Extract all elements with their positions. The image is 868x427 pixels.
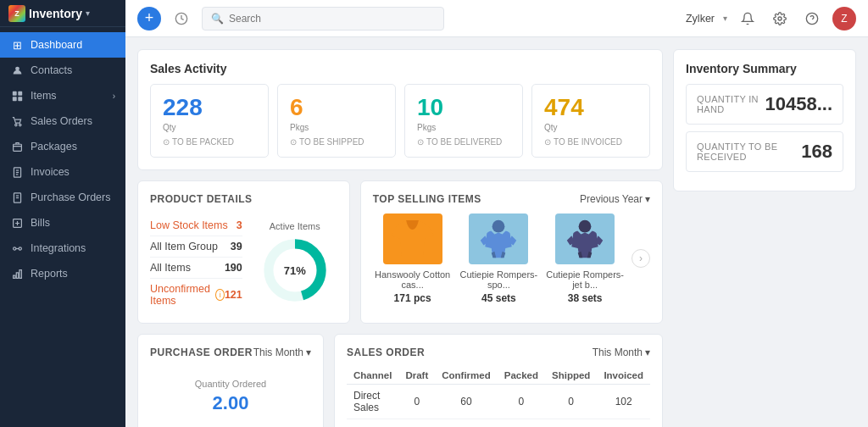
svg-rect-21	[19, 269, 20, 278]
po-header: PURCHASE ORDER This Month ▾	[150, 347, 311, 358]
history-button[interactable]	[170, 7, 193, 30]
sidebar: Z Inventory ▾ ⊞ Dashboard Contacts Items…	[0, 0, 125, 427]
settings-button[interactable]	[768, 7, 792, 30]
contacts-icon	[10, 64, 24, 77]
left-column: Sales Activity 228 Qty ⊙ TO BE PACKED 6	[137, 49, 663, 427]
product-details-list: Low Stock Items 3 All Item Group 39 All …	[150, 215, 242, 311]
ts-next-button[interactable]: ›	[632, 249, 650, 268]
ts-item-2-name: Cutiepie Rompers-spo...	[459, 269, 539, 290]
ts-item-3[interactable]: Cutiepie Rompers-jet b... 38 sets	[545, 214, 625, 304]
top-selling-card: TOP SELLING ITEMS Previous Year ▾	[360, 180, 663, 324]
search-input[interactable]	[229, 13, 435, 25]
purchase-orders-icon	[10, 191, 24, 204]
integrations-icon	[10, 241, 24, 255]
all-items-value: 190	[225, 262, 242, 274]
sidebar-item-label: Invoices	[31, 166, 70, 178]
sidebar-item-bills[interactable]: Bills	[0, 210, 125, 236]
so-col-confirmed: Confirmed	[435, 367, 498, 385]
top-selling-items: Hanswooly Cotton cas... 171 pcs	[373, 214, 650, 304]
search-icon: 🔍	[211, 13, 224, 25]
sidebar-item-label: Bills	[31, 217, 50, 229]
top-section: Sales Activity 228 Qty ⊙ TO BE PACKED 6	[137, 49, 856, 427]
so-row-direct-sales[interactable]: Direct Sales 0 60 0 0 102	[347, 384, 650, 419]
so-cell-draft: 0	[398, 384, 435, 419]
app-name: Inventory	[29, 7, 82, 20]
ts-item-3-image	[555, 214, 615, 264]
add-button[interactable]: +	[137, 7, 161, 30]
svg-rect-2	[18, 91, 22, 95]
help-button[interactable]	[800, 7, 824, 30]
ts-item-1[interactable]: Hanswooly Cotton cas... 171 pcs	[373, 214, 453, 304]
packages-icon	[10, 140, 24, 153]
item-group-label: All Item Group	[150, 241, 218, 252]
search-bar[interactable]: 🔍	[202, 7, 444, 30]
inventory-summary-card: Inventory Summary QUANTITY IN HAND 10458…	[673, 49, 856, 191]
invoiced-unit: Qty	[544, 123, 558, 132]
all-items-label: All Items	[150, 262, 191, 274]
purchase-order-card: PURCHASE ORDER This Month ▾ Quantity Ord…	[137, 334, 324, 427]
active-items-donut: Active Items 71%	[253, 215, 337, 311]
pd-low-stock[interactable]: Low Stock Items 3	[150, 215, 242, 236]
so-filter-icon: ▾	[645, 347, 650, 358]
svg-point-16	[13, 247, 15, 249]
stat-to-be-delivered[interactable]: 10 Pkgs ⊙ TO BE DELIVERED	[404, 84, 523, 158]
inv-qty-in-hand-label: QUANTITY IN HAND	[697, 94, 765, 114]
app-logo[interactable]: Z Inventory ▾	[0, 0, 125, 27]
packed-value: 228	[163, 95, 203, 121]
pd-item-group[interactable]: All Item Group 39	[150, 236, 242, 258]
delivered-value: 10	[417, 95, 443, 121]
pd-all-items[interactable]: All Items 190	[150, 258, 242, 279]
svg-point-6	[19, 124, 20, 125]
sales-stats-row: 228 Qty ⊙ TO BE PACKED 6 Pkgs ⊙	[150, 84, 650, 158]
so-col-channel: Channel	[347, 367, 398, 385]
sidebar-item-invoices[interactable]: Invoices	[0, 159, 125, 185]
packed-label: ⊙ TO BE PACKED	[163, 137, 234, 147]
ts-item-1-name: Hanswooly Cotton cas...	[373, 269, 453, 290]
ts-item-3-qty: 38 sets	[568, 292, 603, 304]
so-col-invoiced: Invoiced	[597, 367, 650, 385]
ts-item-2[interactable]: Cutiepie Rompers-spo... 45 sets	[459, 214, 539, 304]
product-details-card: PRODUCT DETAILS Low Stock Items 3 All It…	[137, 180, 350, 324]
so-cell-shipped: 0	[545, 384, 597, 419]
po-qty-label: Quantity Ordered	[150, 379, 311, 389]
so-filter[interactable]: This Month ▾	[593, 347, 650, 358]
sidebar-item-purchase-orders[interactable]: Purchase Orders	[0, 185, 125, 210]
ts-item-1-qty: 171 pcs	[394, 292, 431, 304]
sidebar-item-sales-orders[interactable]: Sales Orders	[0, 108, 125, 134]
stat-to-be-shipped[interactable]: 6 Pkgs ⊙ TO BE SHIPPED	[277, 84, 396, 158]
notifications-button[interactable]	[736, 7, 760, 30]
svg-point-29	[579, 220, 592, 233]
logo-icon: Z	[8, 5, 25, 22]
sidebar-item-items[interactable]: Items ›	[0, 83, 125, 108]
sidebar-item-label: Dashboard	[31, 39, 82, 51]
items-expand-icon: ›	[113, 92, 115, 101]
stat-to-be-packed[interactable]: 228 Qty ⊙ TO BE PACKED	[150, 84, 269, 158]
svg-point-5	[14, 124, 16, 125]
avatar[interactable]: Z	[832, 7, 856, 30]
sidebar-nav: ⊞ Dashboard Contacts Items › Sales Order…	[0, 27, 125, 427]
reports-icon	[10, 267, 24, 280]
sidebar-item-integrations[interactable]: Integrations	[0, 236, 125, 261]
top-selling-filter[interactable]: Previous Year ▾	[580, 193, 650, 205]
sidebar-item-contacts[interactable]: Contacts	[0, 58, 125, 83]
sidebar-item-reports[interactable]: Reports	[0, 261, 125, 286]
user-name[interactable]: Zylker	[686, 13, 715, 25]
inv-qty-in-hand-value: 10458...	[765, 93, 832, 115]
items-icon	[10, 89, 24, 103]
lower-row: PURCHASE ORDER This Month ▾ Quantity Ord…	[137, 334, 663, 427]
so-col-packed: Packed	[498, 367, 545, 385]
po-qty-value: 2.00	[150, 392, 311, 414]
delivered-dot: ⊙	[417, 137, 424, 147]
svg-point-17	[19, 247, 21, 249]
stat-to-be-invoiced[interactable]: 474 Qty ⊙ TO BE INVOICED	[531, 84, 650, 158]
sidebar-item-packages[interactable]: Packages	[0, 134, 125, 159]
sidebar-item-dashboard[interactable]: ⊞ Dashboard	[0, 32, 125, 58]
so-header: SALES ORDER This Month ▾	[347, 347, 650, 358]
bottom-row: PRODUCT DETAILS Low Stock Items 3 All It…	[137, 180, 663, 324]
po-filter[interactable]: This Month ▾	[253, 347, 311, 358]
donut-chart: 71%	[261, 236, 329, 304]
pd-unconfirmed[interactable]: Unconfirmed Items i 121	[150, 279, 242, 311]
ts-item-2-qty: 45 sets	[481, 292, 516, 304]
po-title: PURCHASE ORDER	[150, 347, 253, 358]
unconfirmed-value: 121	[225, 289, 242, 301]
